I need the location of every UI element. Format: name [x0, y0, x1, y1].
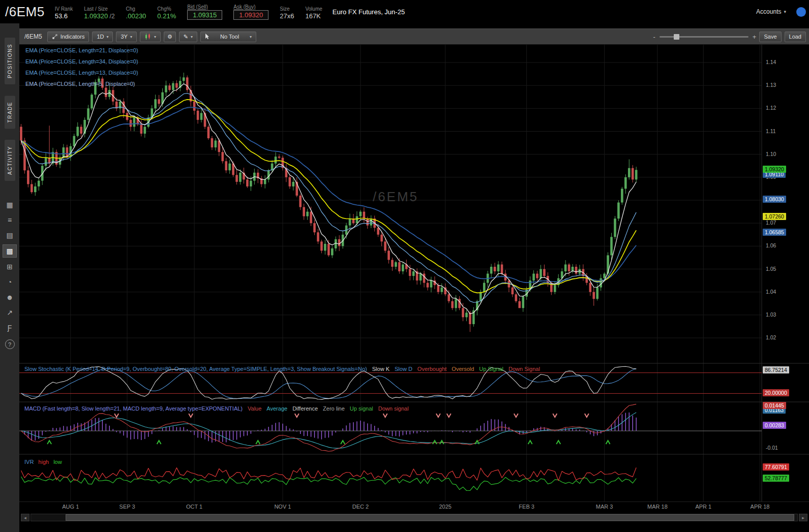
share-export-icon[interactable]: ↗	[3, 306, 16, 319]
axis-value-box: 20.00000	[763, 389, 789, 396]
save-button[interactable]: Save	[759, 32, 781, 42]
indicators-beaker-icon	[52, 34, 58, 40]
chart-area: /6EM5 EMA (Price=CLOSE, Length=21, Displ…	[19, 45, 809, 502]
quote-field-size: Size27x6	[280, 6, 294, 20]
sidebar-tab-activity[interactable]: ACTIVITY	[5, 140, 15, 181]
sidebar-tab-positions[interactable]: POSITIONS	[5, 38, 15, 84]
chart-canvas[interactable]: /6EM5	[19, 45, 809, 502]
chevron-down-icon: ▾	[784, 9, 786, 14]
fx-board-icon[interactable]: Ƒ	[3, 322, 16, 334]
scroll-left-arrow[interactable]: ◂	[21, 514, 29, 521]
symbol-title: /6EM5	[5, 4, 45, 20]
history-clock-icon[interactable]: ◔	[3, 276, 16, 288]
zoom-in-button[interactable]: +	[753, 33, 757, 41]
quote-header: /6EM5 IV Rank53.6Last / Size1.09320 /2Ch…	[0, 0, 809, 23]
timeframe-dropdown[interactable]: 1D ▾	[92, 32, 113, 42]
price-axis: 1.141.131.121.111.101.091.081.071.061.05…	[762, 45, 809, 502]
charts-icon[interactable]: ▩	[3, 244, 17, 258]
axis-tick-label: 1.03	[766, 311, 776, 318]
chevron-down-icon: ▾	[191, 35, 193, 39]
axis-value-box: 1.08030	[763, 196, 786, 203]
chart-panel: /6EM5 Indicators 1D ▾ 3Y ▾	[19, 23, 809, 532]
axis-value-box: 77.60791	[763, 463, 789, 471]
trading-app-window: /6EM5 IV Rank53.6Last / Size1.09320 /2Ch…	[0, 0, 809, 532]
axis-value-box: 1.06585	[763, 229, 786, 236]
app-body: POSITIONSTRADEACTIVITY ▦≡▤▩⊞◔☻↗Ƒ? /6EM5 …	[0, 23, 809, 532]
scrollbar-thumb[interactable]	[66, 514, 795, 521]
chevron-down-icon: ▾	[154, 35, 156, 39]
field-value: 27x6	[280, 12, 294, 20]
notification-badge[interactable]	[796, 7, 806, 17]
contract-description: Euro FX Futures, Jun-25	[333, 8, 405, 16]
field-label: Bid (Sell)	[187, 4, 208, 10]
axis-tick-label: 1.02	[766, 334, 776, 340]
axis-tick-label: 1.05	[766, 266, 776, 272]
scrollbar-track[interactable]	[31, 514, 798, 521]
calculator-icon[interactable]: ▦	[3, 199, 16, 211]
time-axis-label: NOV 1	[266, 504, 299, 510]
zoom-slider-thumb[interactable]	[674, 34, 679, 40]
timeframe-value: 1D	[97, 34, 104, 40]
field-label: Ask (Buy)	[233, 4, 255, 10]
field-value: 1.09320 /2	[84, 12, 114, 20]
watchlist-icon[interactable]: ≡	[3, 214, 16, 226]
apps-grid-icon[interactable]: ⊞	[3, 261, 16, 273]
axis-tick-label: 1.12	[766, 105, 776, 111]
axis-tick-label: 1.06	[766, 242, 776, 248]
range-value: 3Y	[121, 34, 127, 40]
chevron-down-icon: ▾	[106, 35, 108, 39]
zoom-out-button[interactable]: -	[653, 33, 655, 41]
field-value: 1.09315	[187, 10, 222, 20]
load-button[interactable]: Load	[785, 32, 806, 42]
left-sidebar: POSITIONSTRADEACTIVITY ▦≡▤▩⊞◔☻↗Ƒ?	[0, 23, 19, 532]
quote-field-ask-buy-[interactable]: Ask (Buy)1.09320	[233, 4, 268, 20]
field-label: Size	[280, 6, 289, 12]
scroll-right-arrow[interactable]: ▸	[799, 514, 807, 521]
sidebar-tab-trade[interactable]: TRADE	[5, 96, 15, 129]
field-label: Chg%	[157, 6, 171, 12]
quote-field-volume: Volume167K	[305, 6, 322, 20]
notes-icon[interactable]: ▤	[3, 229, 16, 241]
chevron-down-icon: ▾	[130, 35, 132, 39]
toolbar-symbol[interactable]: /6EM5	[22, 33, 44, 40]
time-axis-label: OCT 1	[178, 504, 211, 510]
time-axis-label: APR 18	[744, 504, 776, 510]
field-value: 167K	[305, 12, 320, 20]
gear-icon: ⚙	[167, 34, 172, 40]
chevron-down-icon: ▾	[250, 35, 252, 39]
chart-toolbar: /6EM5 Indicators 1D ▾ 3Y ▾	[19, 28, 809, 45]
help-icon[interactable]: ?	[5, 339, 15, 349]
axis-value-box: 86.75214	[763, 366, 789, 373]
accounts-menu[interactable]: Accounts ▾	[756, 8, 786, 15]
indicators-button[interactable]: Indicators	[47, 32, 89, 42]
axis-tick-label: 1.11	[766, 128, 776, 134]
range-dropdown[interactable]: 3Y ▾	[116, 32, 136, 42]
axis-tick-label: 1.07	[766, 220, 776, 226]
drawing-tools-dropdown[interactable]: ✎ ▾	[179, 32, 197, 42]
horizontal-scrollbar[interactable]: ◂ ▸	[21, 514, 807, 521]
sidebar-icons: ▦≡▤▩⊞◔☻↗Ƒ?	[3, 197, 17, 351]
axis-value-box: 1.07260	[763, 213, 786, 220]
chart-type-dropdown[interactable]: ▾	[140, 32, 161, 42]
axis-tick-label: -0.01	[766, 445, 778, 451]
field-value: 1.09320	[233, 10, 268, 20]
settings-gear-button[interactable]: ⚙	[164, 32, 176, 42]
zoom-controls: - +	[653, 33, 757, 41]
field-value: .00230	[126, 12, 146, 20]
field-value: 0.21%	[157, 12, 176, 20]
axis-value-box: 0.01445	[763, 402, 786, 409]
axis-tick-label: 1.04	[766, 289, 776, 295]
community-icon[interactable]: ☻	[3, 291, 16, 303]
svg-text:/6EM5: /6EM5	[373, 189, 418, 204]
field-value: 53.6	[55, 12, 68, 20]
time-axis-label: 2025	[429, 504, 462, 510]
active-tool-dropdown[interactable]: No Tool ▾	[200, 32, 256, 42]
indicators-label: Indicators	[61, 34, 85, 40]
sidebar-tabs: POSITIONSTRADEACTIVITY	[5, 38, 15, 192]
time-axis: AUG 1SEP 3OCT 1NOV 1DEC 22025FEB 3MAR 3M…	[19, 502, 809, 512]
quote-field-bid-sell-[interactable]: Bid (Sell)1.09315	[187, 4, 222, 20]
zoom-slider[interactable]	[660, 36, 748, 38]
axis-tick-label: 1.10	[766, 151, 776, 157]
field-suffix: /2	[108, 13, 114, 20]
quote-field-chg: Chg.00230	[126, 6, 146, 20]
